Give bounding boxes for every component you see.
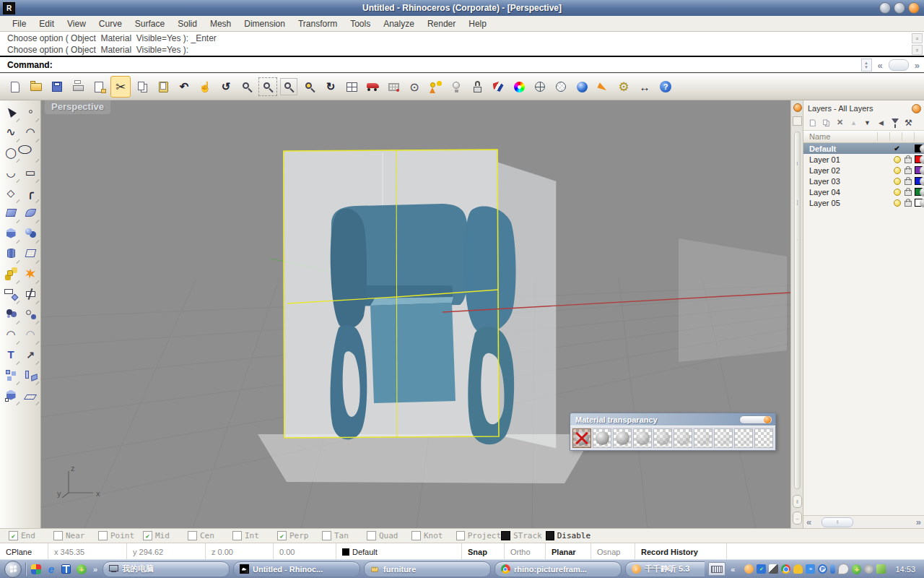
move-down-button[interactable]: ▼ (861, 116, 873, 129)
dimension-button[interactable]: ↔ (635, 77, 654, 97)
status-ortho[interactable]: Ortho (505, 543, 546, 560)
checkbox-icon[interactable]: ✔ (277, 531, 287, 540)
task-button[interactable]: furniture (364, 561, 491, 577)
menu-analyze[interactable]: Analyze (377, 17, 421, 30)
checkbox-icon[interactable] (322, 531, 331, 540)
rotate-view-button[interactable]: ↺ (217, 77, 235, 97)
command-scroll-right-button[interactable]: » (915, 60, 920, 71)
new-layer-button[interactable] (806, 116, 819, 129)
chat-icon[interactable] (838, 564, 849, 574)
select-tool-button[interactable] (1, 102, 20, 121)
cylinder-tool-button[interactable] (1, 243, 20, 263)
transparency-level-1-button[interactable] (593, 428, 611, 448)
pan-button[interactable]: ☝ (196, 77, 214, 97)
maximize-button[interactable] (894, 2, 905, 14)
copy-layer-button[interactable] (820, 116, 832, 129)
checkbox-icon[interactable]: ✔ (9, 531, 18, 540)
trim-tool-button[interactable] (1, 284, 20, 303)
menu-mesh[interactable]: Mesh (204, 17, 237, 30)
command-scrollbar-thumb[interactable] (889, 59, 909, 71)
checkbox-icon[interactable] (456, 531, 465, 540)
tray-collapse-button[interactable]: « (729, 565, 736, 574)
fillet-corner-tool-button[interactable]: ╭ (21, 183, 40, 202)
menu-view[interactable]: View (61, 17, 92, 30)
layer-material-ball[interactable] (920, 199, 924, 207)
delete-layer-button[interactable]: ✕ (834, 116, 846, 129)
layer-visible-bulb-icon[interactable] (894, 178, 901, 185)
chrome-icon[interactable] (781, 564, 790, 574)
antivirus-icon[interactable] (852, 564, 861, 574)
viewport-layout-button[interactable] (342, 77, 361, 97)
osnap-cen-checkbox[interactable]: Cen (188, 531, 232, 540)
group-tool-button[interactable] (21, 304, 40, 324)
checkbox-icon[interactable] (501, 531, 510, 540)
align-tool-button[interactable] (21, 365, 40, 384)
zoom-dynamic-button[interactable] (237, 77, 256, 97)
transparency-level-0-button[interactable] (572, 428, 591, 448)
solid-edit-tool-button[interactable] (1, 385, 20, 405)
status-y-294-62[interactable]: y 294.62 (127, 543, 206, 560)
layers-scroll-right-button[interactable]: » (916, 517, 921, 527)
layer-material-ball[interactable] (920, 166, 924, 175)
dock-button[interactable] (793, 116, 802, 126)
osnap-end-checkbox[interactable]: ✔End (9, 531, 53, 540)
osnap-mid-checkbox[interactable]: ✔Mid (143, 531, 188, 540)
osnap-int-checkbox[interactable]: Int (232, 531, 277, 540)
layer-row[interactable]: Layer 02 (803, 165, 924, 176)
close-button[interactable] (908, 2, 920, 14)
material-toolbar-close-button[interactable] (764, 416, 771, 423)
rectangle-tool-button[interactable]: ▭ (21, 163, 40, 182)
checkbox-icon[interactable] (188, 531, 197, 540)
volume-icon[interactable] (864, 564, 873, 574)
checkbox-icon[interactable] (411, 531, 421, 540)
layer-row[interactable]: Layer 01 (803, 154, 924, 165)
arc-tool-button[interactable]: ◠ (21, 122, 40, 142)
checkbox-icon[interactable] (367, 531, 376, 540)
wireframe-view-button[interactable] (531, 77, 549, 97)
render-preview-button[interactable] (384, 77, 403, 97)
command-spinner[interactable]: ▲▼ (861, 59, 872, 72)
ghosted-view-button[interactable] (552, 77, 570, 97)
transparency-level-2-button[interactable] (613, 428, 632, 448)
ground-picture-frame-plane[interactable] (258, 434, 593, 483)
dock-handle[interactable]: ‖ (793, 495, 802, 508)
menu-help[interactable]: Help (462, 17, 493, 30)
ground-plane-tool-button[interactable] (21, 385, 40, 405)
osnap-knot-checkbox[interactable]: Knot (411, 531, 456, 540)
menu-render[interactable]: Render (421, 17, 462, 30)
osnap-perp-checkbox[interactable]: ✔Perp (277, 531, 322, 540)
dock-scrollbar[interactable]: I]· (794, 131, 801, 489)
split-tool-button[interactable] (21, 284, 40, 303)
osnap-project-checkbox[interactable]: Project (456, 531, 501, 540)
print-button[interactable] (69, 77, 87, 97)
launcher-icon[interactable] (30, 563, 43, 576)
layer-material-ball[interactable] (920, 188, 924, 197)
page-setup-button[interactable] (90, 77, 108, 97)
new-file-button[interactable] (6, 77, 25, 97)
history-scroll-down-button[interactable]: » (912, 45, 923, 55)
status-osnap[interactable]: Osnap (591, 543, 635, 560)
task-button[interactable]: 千千静听 5.3 (625, 561, 705, 577)
viewport-3d-scene[interactable]: z x y (41, 100, 790, 528)
layer-material-ball[interactable] (920, 155, 924, 164)
osnap-tan-checkbox[interactable]: Tan (322, 531, 367, 540)
spheres-tool-button[interactable] (21, 223, 40, 243)
status-record-history[interactable]: Record History (635, 543, 727, 560)
wireless-icon[interactable] (806, 564, 815, 574)
history-scroll-up-button[interactable]: » (912, 33, 923, 43)
boolean-tool-button[interactable] (1, 264, 20, 283)
menu-surface[interactable]: Surface (128, 17, 171, 30)
blocks-tool-button[interactable] (1, 365, 20, 384)
layers-horizontal-scrollbar[interactable]: « ‖ » (803, 515, 924, 528)
join-tool-button[interactable] (1, 304, 20, 324)
status-snap[interactable]: Snap (462, 543, 505, 560)
osnap-disable-checkbox[interactable]: Disable (546, 531, 590, 540)
layers-scroll-left-button[interactable]: « (806, 517, 811, 527)
status-x-345-35[interactable]: x 345.35 (48, 543, 127, 560)
adjust-curve-tool-button[interactable]: ◠ (1, 324, 20, 344)
layer-visible-bulb-icon[interactable] (894, 199, 901, 207)
transparency-level-3-button[interactable] (633, 428, 652, 448)
paste-button[interactable] (154, 77, 173, 97)
zoom-extents-button[interactable] (279, 77, 298, 97)
checkbox-icon[interactable] (98, 531, 108, 540)
